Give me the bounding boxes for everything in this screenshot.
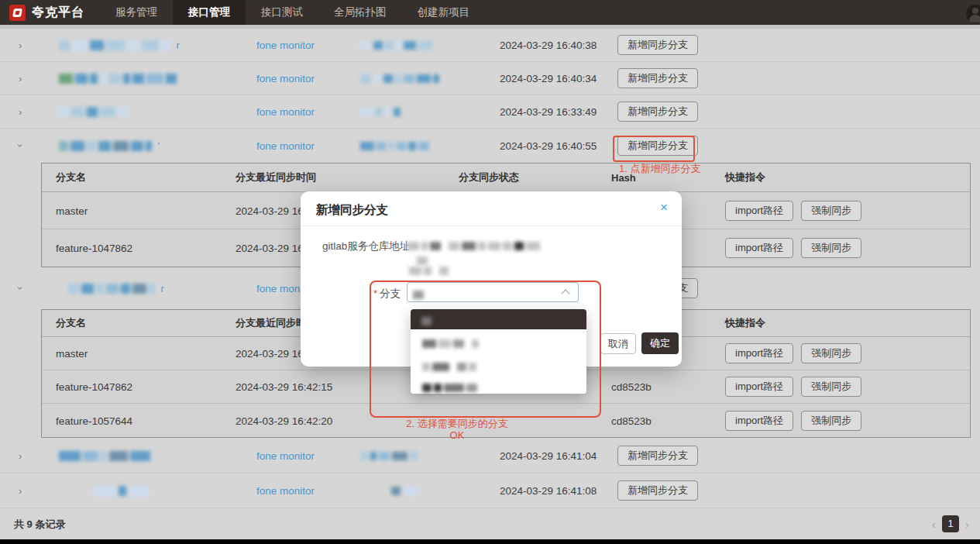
force-sync-button[interactable]: 强制同步 — [801, 377, 861, 397]
table-row: › fone monitor 2024-03-29 16:33:49 新增同步分… — [0, 95, 980, 129]
table-row: › fone monitor 2024-03-29 16:41:04 新增同步分… — [0, 438, 980, 473]
import-path-button[interactable]: import路径 — [725, 343, 793, 363]
confirm-button[interactable]: 确定 — [641, 332, 679, 354]
dropdown-option-selected[interactable] — [411, 309, 586, 329]
branch-select[interactable] — [407, 282, 579, 302]
close-icon[interactable]: × — [660, 201, 668, 214]
monitor-link[interactable]: monitor — [280, 140, 315, 152]
collapse-chevron-down-icon[interactable]: › — [19, 284, 22, 294]
modal-header: 新增同步分支 × — [301, 191, 682, 226]
fone-link[interactable]: fone — [256, 485, 277, 497]
collapse-chevron-down-icon[interactable]: › — [19, 141, 22, 151]
record-count: 共 9 条记录 — [14, 518, 65, 532]
branch-name: feature-1047862 — [56, 243, 132, 254]
force-sync-button[interactable]: 强制同步 — [801, 411, 861, 431]
branch-name: feature-1047862 — [56, 381, 132, 393]
redacted-owner — [391, 484, 418, 498]
required-mark: * — [373, 287, 377, 299]
monitor-link[interactable]: monitor — [280, 106, 315, 118]
add-sync-branch-button[interactable]: 新增同步分支 — [617, 102, 698, 122]
col-last-sync: 分支最近同步时间 — [236, 170, 316, 184]
dropdown-option[interactable] — [411, 356, 586, 377]
fone-link[interactable]: fone — [256, 106, 277, 118]
import-path-button[interactable]: import路径 — [725, 201, 793, 221]
brand[interactable]: 夸克平台 — [0, 0, 95, 25]
col-branch-name: 分支名 — [56, 316, 86, 330]
nav-item-interface-test[interactable]: 接口测试 — [246, 0, 318, 25]
dropdown-option[interactable] — [411, 332, 586, 353]
col-sync-status: 分支同步状态 — [459, 170, 519, 184]
add-sync-branch-button[interactable]: 新增同步分支 — [617, 136, 698, 156]
nav-item-service-mgmt[interactable]: 服务管理 — [100, 0, 173, 25]
modal-title: 新增同步分支 — [316, 202, 388, 219]
force-sync-button[interactable]: 强制同步 — [801, 343, 861, 363]
fone-link[interactable]: fone — [256, 283, 277, 294]
prev-page-icon[interactable]: ‹ — [932, 518, 936, 531]
branch-sync-time: 2024-03-29 16:42:20 — [236, 415, 332, 426]
redacted-service-name — [59, 71, 177, 85]
monitor-link[interactable]: monitor — [280, 449, 315, 461]
redacted-service-name — [93, 484, 149, 498]
expand-chevron-right-icon[interactable]: › — [19, 74, 22, 84]
redacted-owner — [360, 139, 429, 153]
redacted-service-name: r — [68, 281, 164, 295]
annotation-step1-text: 1. 点新增同步分支 — [619, 162, 700, 176]
fone-link[interactable]: fone — [256, 40, 277, 51]
sync-time: 2024-03-29 16:41:08 — [500, 485, 597, 497]
import-path-button[interactable]: import路径 — [725, 411, 793, 431]
nav-item-interface-mgmt[interactable]: 接口管理 — [173, 0, 246, 25]
add-sync-branch-button[interactable]: 新增同步分支 — [617, 35, 698, 55]
branch-sync-time: 2024-03-29 16:42:15 — [236, 381, 332, 393]
dropdown-option[interactable] — [411, 377, 586, 398]
import-path-button[interactable]: import路径 — [725, 238, 793, 258]
pagination: ‹ 1 › — [932, 515, 969, 532]
fone-link[interactable]: fone — [256, 73, 277, 84]
monitor-link[interactable]: monitor — [280, 485, 315, 497]
annotation-step2-ok: OK — [383, 430, 531, 442]
branch-hash: cd8523b — [611, 381, 652, 393]
row-links: fone monitor — [256, 106, 315, 118]
col-quick-actions: 快捷指令 — [725, 170, 765, 184]
expand-chevron-right-icon[interactable]: › — [19, 107, 22, 117]
add-sync-branch-button[interactable]: 新增同步分支 — [617, 68, 698, 88]
import-path-button[interactable]: import路径 — [725, 377, 793, 397]
fone-link[interactable]: fone — [256, 140, 277, 152]
annotation-step2-text: 2. 选择需要同步的分支 OK — [383, 418, 531, 442]
expand-chevron-right-icon[interactable]: › — [19, 40, 22, 50]
row-links: fone monitor — [256, 73, 315, 84]
top-nav: 夸克平台 服务管理 接口管理 接口测试 全局拓扑图 创建新项目 — [0, 0, 980, 25]
branch-name: master — [56, 348, 88, 360]
table-footer: 共 9 条记录 ‹ 1 › — [0, 508, 980, 539]
sync-time: 2024-03-29 16:33:49 — [500, 106, 597, 118]
sync-time: 2024-03-29 16:40:34 — [500, 73, 597, 84]
expand-chevron-right-icon[interactable]: › — [19, 486, 22, 496]
branch-sync-time: 2024-03-29 16: — [236, 243, 307, 254]
chevron-up-icon — [561, 289, 569, 298]
table-row: › fone monitor 2024-03-29 16:41:08 新增同步分… — [0, 473, 980, 508]
redacted-owner — [360, 38, 432, 52]
add-sync-branch-button[interactable]: 新增同步分支 — [617, 480, 698, 501]
nav-item-create-project[interactable]: 创建新项目 — [402, 0, 486, 25]
row-links: fone monitor — [256, 40, 315, 51]
cancel-button[interactable]: 取消 — [600, 333, 636, 354]
nav-item-global-topology[interactable]: 全局拓扑图 — [318, 0, 402, 25]
monitor-link[interactable]: monitor — [280, 40, 315, 51]
sync-time: 2024-03-29 16:40:38 — [500, 40, 597, 51]
sync-time: 2024-03-29 16:41:04 — [500, 449, 597, 461]
col-branch-name: 分支名 — [56, 170, 86, 184]
monitor-link[interactable]: monitor — [280, 73, 315, 84]
subtable-header: 分支名 分支最近同步时间 分支同步状态 Hash 快捷指令 — [42, 164, 970, 192]
force-sync-button[interactable]: 强制同步 — [801, 201, 861, 221]
branch-field-label: *分支 — [373, 287, 401, 301]
force-sync-button[interactable]: 强制同步 — [801, 238, 861, 258]
user-avatar-icon[interactable] — [966, 5, 980, 23]
branch-sync-time: 2024-03-29 16: — [236, 348, 307, 360]
quark-logo-icon — [9, 5, 26, 21]
page-number[interactable]: 1 — [942, 515, 959, 532]
redacted-repo-address — [409, 263, 449, 277]
expand-chevron-right-icon[interactable]: › — [19, 450, 22, 460]
row-links: fone monitor — [256, 485, 315, 497]
fone-link[interactable]: fone — [256, 449, 277, 461]
add-sync-branch-button[interactable]: 新增同步分支 — [617, 446, 698, 466]
next-page-icon[interactable]: › — [965, 518, 969, 531]
